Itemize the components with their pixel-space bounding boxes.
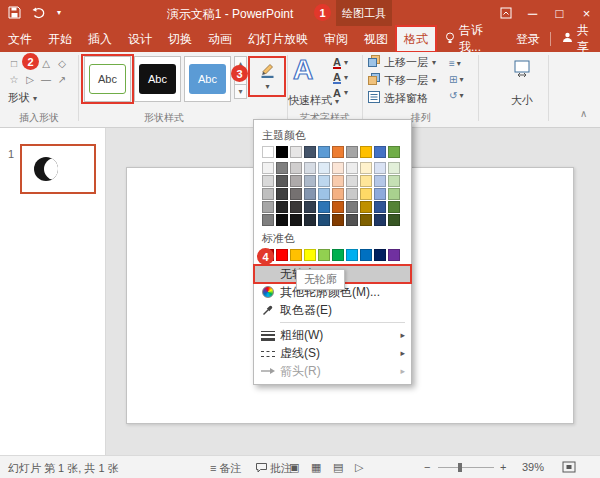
theme-color-swatch[interactable] — [374, 146, 386, 158]
reading-view-icon[interactable]: ▤ — [333, 461, 343, 474]
shape-style-preview-3[interactable]: Abc — [184, 56, 231, 102]
menu-item-eyedropper[interactable]: 取色器(E) — [254, 301, 411, 319]
tell-me-box[interactable]: 告诉我... — [436, 26, 508, 52]
minimize-button[interactable]: ─ — [519, 0, 546, 26]
theme-color-swatch[interactable] — [346, 201, 358, 213]
wordart-quick-styles-letter[interactable]: A — [293, 54, 313, 86]
shape-style-preview-2[interactable]: Abc — [134, 56, 181, 102]
theme-color-swatch[interactable] — [388, 146, 400, 158]
theme-color-swatch[interactable] — [360, 201, 372, 213]
shape-outline-button[interactable]: ▾ — [252, 58, 283, 94]
tab-review[interactable]: 审阅 — [316, 26, 356, 52]
theme-color-swatch[interactable] — [276, 162, 288, 174]
collapse-ribbon-icon[interactable]: ∧ — [580, 108, 587, 119]
tab-slideshow[interactable]: 幻灯片放映 — [240, 26, 316, 52]
tab-view[interactable]: 视图 — [356, 26, 396, 52]
tab-design[interactable]: 设计 — [120, 26, 160, 52]
shape-style-preview-1[interactable]: Abc — [84, 56, 131, 102]
theme-color-swatch[interactable] — [262, 188, 274, 200]
theme-color-swatch[interactable] — [318, 214, 330, 226]
menu-item-arrows[interactable]: 箭头(R) ▸ — [254, 362, 411, 380]
theme-color-swatch[interactable] — [388, 162, 400, 174]
drawing-tools-contextual-tab[interactable]: 绘图工具 — [336, 0, 392, 26]
rotate-button[interactable]: ↺ ▾ — [449, 87, 463, 103]
theme-color-swatch[interactable] — [304, 188, 316, 200]
slideshow-view-icon[interactable]: ▷ — [355, 461, 363, 474]
triangle-shape-icon[interactable]: △ — [38, 55, 54, 71]
normal-view-icon[interactable]: ▣ — [289, 461, 299, 474]
arrow-shape-icon[interactable]: ▷ — [22, 71, 38, 87]
theme-color-swatch[interactable] — [360, 146, 372, 158]
theme-color-swatch[interactable] — [318, 146, 330, 158]
menu-item-dashes[interactable]: 虚线(S) ▸ — [254, 344, 411, 362]
theme-color-swatch[interactable] — [388, 214, 400, 226]
theme-color-swatch[interactable] — [290, 146, 302, 158]
group-objects-button[interactable]: ⊞ ▾ — [449, 71, 463, 87]
theme-color-swatch[interactable] — [276, 175, 288, 187]
theme-color-swatch[interactable] — [276, 214, 288, 226]
standard-color-swatch[interactable] — [346, 249, 358, 261]
theme-color-swatch[interactable] — [276, 201, 288, 213]
standard-color-swatch[interactable] — [290, 249, 302, 261]
tab-format-active[interactable]: 格式 — [396, 26, 436, 52]
save-icon[interactable] — [8, 6, 21, 19]
theme-color-swatch[interactable] — [360, 162, 372, 174]
theme-color-swatch[interactable] — [374, 162, 386, 174]
share-button[interactable]: 共享 — [553, 22, 600, 56]
tab-file[interactable]: 文件 — [0, 26, 40, 52]
connector-shape-icon[interactable]: ↗ — [54, 71, 70, 87]
star-shape-icon[interactable]: ☆ — [6, 71, 22, 87]
customize-qat-icon[interactable]: ▾ — [57, 8, 61, 17]
bring-forward-button[interactable]: 上移一层 ▾ — [368, 54, 436, 70]
text-fill-button[interactable]: A ▾ — [333, 55, 348, 70]
theme-color-swatch[interactable] — [276, 146, 288, 158]
theme-color-swatch[interactable] — [318, 201, 330, 213]
theme-color-swatch[interactable] — [262, 201, 274, 213]
theme-color-swatch[interactable] — [388, 188, 400, 200]
selection-pane-button[interactable]: 选择窗格 — [368, 90, 428, 106]
theme-color-swatch[interactable] — [304, 214, 316, 226]
theme-color-swatch[interactable] — [304, 146, 316, 158]
diamond-shape-icon[interactable]: ◇ — [54, 55, 70, 71]
theme-color-swatch[interactable] — [346, 162, 358, 174]
gallery-more-icon[interactable]: ▾ — [234, 84, 247, 99]
theme-color-swatch[interactable] — [374, 201, 386, 213]
standard-color-swatch[interactable] — [374, 249, 386, 261]
tab-animations[interactable]: 动画 — [200, 26, 240, 52]
theme-color-swatch[interactable] — [276, 188, 288, 200]
size-group-button[interactable]: 大小 — [500, 93, 544, 108]
theme-color-swatch[interactable] — [346, 146, 358, 158]
theme-color-swatch[interactable] — [388, 175, 400, 187]
theme-color-swatch[interactable] — [374, 175, 386, 187]
theme-color-swatch[interactable] — [318, 188, 330, 200]
line-shape-icon[interactable]: — — [38, 71, 54, 87]
theme-color-swatch[interactable] — [346, 175, 358, 187]
theme-color-swatch[interactable] — [332, 214, 344, 226]
menu-item-weight[interactable]: 粗细(W) ▸ — [254, 326, 411, 344]
theme-color-swatch[interactable] — [290, 214, 302, 226]
theme-color-swatch[interactable] — [332, 146, 344, 158]
standard-color-swatch[interactable] — [332, 249, 344, 261]
undo-icon[interactable] — [32, 7, 46, 19]
send-backward-button[interactable]: 下移一层 ▾ — [368, 72, 436, 88]
theme-color-swatch[interactable] — [360, 214, 372, 226]
theme-color-swatch[interactable] — [262, 214, 274, 226]
theme-color-swatch[interactable] — [262, 146, 274, 158]
zoom-percentage[interactable]: 39% — [522, 461, 544, 473]
text-effects-button[interactable]: A ▾ — [333, 85, 348, 100]
theme-color-swatch[interactable] — [318, 162, 330, 174]
comments-button[interactable]: 批注 — [256, 461, 292, 476]
standard-color-swatch[interactable] — [304, 249, 316, 261]
slide-thumbnail-1[interactable] — [20, 144, 96, 194]
zoom-in-button[interactable]: + — [500, 461, 506, 473]
theme-color-swatch[interactable] — [332, 201, 344, 213]
notes-button[interactable]: ≡ 备注 — [210, 461, 241, 476]
standard-color-swatch[interactable] — [360, 249, 372, 261]
sign-in-link[interactable]: 登录 — [508, 31, 548, 48]
text-outline-button[interactable]: A ▾ — [333, 70, 348, 85]
zoom-out-button[interactable]: − — [424, 461, 430, 473]
theme-color-swatch[interactable] — [332, 188, 344, 200]
shapes-gallery[interactable]: □ ○ △ ◇ ☆ ▷ — ↗ — [6, 55, 72, 87]
theme-color-swatch[interactable] — [290, 201, 302, 213]
shapes-dropdown-button[interactable]: 形状 ▾ — [8, 90, 37, 105]
